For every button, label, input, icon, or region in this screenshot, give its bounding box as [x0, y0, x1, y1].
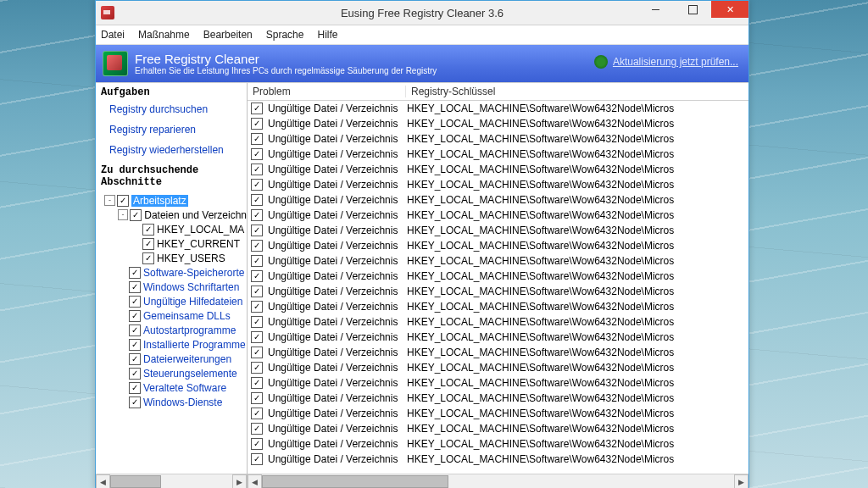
checkbox[interactable]: [251, 240, 263, 252]
tree-node[interactable]: HKEY_LOCAL_MA: [99, 222, 247, 236]
checkbox[interactable]: [251, 255, 263, 267]
result-row[interactable]: Ungültige Datei / VerzeichnisHKEY_LOCAL_…: [248, 208, 748, 223]
col-problem[interactable]: Problem: [248, 86, 406, 97]
checkbox[interactable]: [129, 353, 141, 365]
checkbox[interactable]: [251, 286, 263, 297]
result-row[interactable]: Ungültige Datei / VerzeichnisHKEY_LOCAL_…: [248, 162, 748, 177]
checkbox[interactable]: [251, 331, 263, 343]
checkbox[interactable]: [251, 438, 263, 450]
collapse-icon[interactable]: -: [118, 209, 129, 220]
result-row[interactable]: Ungültige Datei / VerzeichnisHKEY_LOCAL_…: [248, 147, 748, 162]
checkbox[interactable]: [129, 339, 141, 351]
maximize-button[interactable]: [674, 1, 711, 18]
checkbox[interactable]: [251, 377, 263, 389]
checkbox[interactable]: [130, 209, 142, 221]
checkbox[interactable]: [251, 148, 263, 160]
checkbox[interactable]: [251, 316, 263, 328]
result-row[interactable]: Ungültige Datei / VerzeichnisHKEY_LOCAL_…: [248, 177, 748, 192]
scroll-left-icon[interactable]: ◀: [248, 474, 262, 488]
checkbox[interactable]: [251, 179, 263, 191]
menu-hilfe[interactable]: Hilfe: [317, 29, 337, 41]
results-list[interactable]: Ungültige Datei / VerzeichnisHKEY_LOCAL_…: [248, 101, 748, 474]
checkbox[interactable]: [251, 164, 263, 175]
tree-label[interactable]: Veraltete Software: [143, 382, 226, 394]
scroll-thumb[interactable]: [262, 475, 448, 488]
tree-label[interactable]: Dateien und Verzeichn: [144, 209, 247, 221]
tree-label[interactable]: Windows Schriftarten: [143, 281, 239, 293]
tree-node[interactable]: Ungültige Hilfedateien: [99, 294, 247, 308]
tree-node[interactable]: Autostartprogramme: [99, 323, 247, 337]
tree-label[interactable]: HKEY_CURRENT: [157, 238, 240, 250]
tree-label[interactable]: Software-Speicherorte: [143, 267, 244, 279]
task-scan[interactable]: Registry durchsuchen: [109, 103, 247, 115]
checkbox[interactable]: [251, 423, 263, 435]
tree-node[interactable]: HKEY_CURRENT: [99, 236, 247, 251]
menu-datei[interactable]: Datei: [101, 29, 125, 41]
checkbox[interactable]: [251, 270, 263, 282]
result-row[interactable]: Ungültige Datei / VerzeichnisHKEY_LOCAL_…: [248, 116, 748, 131]
checkbox[interactable]: [251, 347, 263, 358]
scroll-thumb[interactable]: [110, 475, 161, 488]
result-row[interactable]: Ungültige Datei / VerzeichnisHKEY_LOCAL_…: [248, 238, 748, 253]
checkbox[interactable]: [129, 396, 141, 408]
result-row[interactable]: Ungültige Datei / VerzeichnisHKEY_LOCAL_…: [248, 269, 748, 284]
minimize-button[interactable]: [637, 1, 674, 18]
tree-label[interactable]: Windows-Dienste: [143, 396, 222, 408]
check-update-link[interactable]: Aktualisierung jetzt prüfen...: [613, 56, 738, 68]
result-row[interactable]: Ungültige Datei / VerzeichnisHKEY_LOCAL_…: [248, 101, 748, 116]
checkbox[interactable]: [142, 238, 154, 250]
tree-node[interactable]: Steuerungselemente: [99, 366, 247, 380]
menu-bearbeiten[interactable]: Bearbeiten: [203, 29, 253, 41]
checkbox[interactable]: [117, 195, 129, 207]
result-row[interactable]: Ungültige Datei / VerzeichnisHKEY_LOCAL_…: [248, 375, 748, 391]
result-row[interactable]: Ungültige Datei / VerzeichnisHKEY_LOCAL_…: [248, 314, 748, 330]
col-registry-key[interactable]: Registry-Schlüssel: [406, 86, 748, 97]
checkbox[interactable]: [142, 224, 154, 236]
checkbox[interactable]: [251, 408, 263, 419]
checkbox[interactable]: [129, 296, 141, 308]
column-headers[interactable]: Problem Registry-Schlüssel: [248, 83, 748, 101]
close-button[interactable]: [711, 1, 748, 18]
result-row[interactable]: Ungültige Datei / VerzeichnisHKEY_LOCAL_…: [248, 284, 748, 299]
result-row[interactable]: Ungültige Datei / VerzeichnisHKEY_LOCAL_…: [248, 330, 748, 345]
checkbox[interactable]: [251, 118, 263, 130]
checkbox[interactable]: [129, 368, 141, 380]
tree-node[interactable]: Dateierweiterungen: [99, 352, 247, 366]
tree-label[interactable]: HKEY_LOCAL_MA: [157, 224, 244, 236]
tree-label[interactable]: Arbeitsplatz: [131, 195, 188, 207]
tree-label[interactable]: Dateierweiterungen: [143, 353, 231, 365]
checkbox[interactable]: [251, 301, 263, 313]
checkbox[interactable]: [142, 252, 154, 264]
results-h-scrollbar[interactable]: ◀ ▶: [248, 474, 748, 488]
result-row[interactable]: Ungültige Datei / VerzeichnisHKEY_LOCAL_…: [248, 345, 748, 360]
checkbox[interactable]: [251, 362, 263, 374]
result-row[interactable]: Ungültige Datei / VerzeichnisHKEY_LOCAL_…: [248, 406, 748, 421]
menu-sprache[interactable]: Sprache: [266, 29, 304, 41]
tree-label[interactable]: Gemeinsame DLLs: [143, 310, 231, 322]
collapse-icon[interactable]: -: [104, 195, 115, 206]
checkbox[interactable]: [129, 267, 141, 279]
tree-label[interactable]: Autostartprogramme: [143, 324, 236, 336]
tree-node[interactable]: -Arbeitsplatz: [99, 193, 247, 208]
result-row[interactable]: Ungültige Datei / VerzeichnisHKEY_LOCAL_…: [248, 436, 748, 452]
tree-h-scrollbar[interactable]: ◀ ▶: [96, 474, 247, 488]
task-restore[interactable]: Registry wiederherstellen: [109, 144, 247, 156]
checkbox[interactable]: [251, 209, 263, 221]
result-row[interactable]: Ungültige Datei / VerzeichnisHKEY_LOCAL_…: [248, 192, 748, 208]
checkbox[interactable]: [129, 382, 141, 394]
menu-massnahme[interactable]: Maßnahme: [138, 29, 190, 41]
tree-node[interactable]: Software-Speicherorte: [99, 265, 247, 280]
tree-node[interactable]: Installierte Programme: [99, 337, 247, 352]
titlebar[interactable]: Eusing Free Registry Cleaner 3.6: [96, 1, 748, 25]
scroll-left-icon[interactable]: ◀: [96, 474, 110, 488]
result-row[interactable]: Ungültige Datei / VerzeichnisHKEY_LOCAL_…: [248, 360, 748, 375]
checkbox[interactable]: [251, 225, 263, 236]
checkbox[interactable]: [251, 392, 263, 404]
tree-node[interactable]: Veraltete Software: [99, 380, 247, 395]
scroll-right-icon[interactable]: ▶: [734, 474, 748, 488]
tree-label[interactable]: Steuerungselemente: [143, 368, 237, 380]
result-row[interactable]: Ungültige Datei / VerzeichnisHKEY_LOCAL_…: [248, 131, 748, 147]
tree-label[interactable]: Ungültige Hilfedateien: [143, 296, 242, 308]
result-row[interactable]: Ungültige Datei / VerzeichnisHKEY_LOCAL_…: [248, 299, 748, 314]
scroll-right-icon[interactable]: ▶: [232, 474, 247, 488]
